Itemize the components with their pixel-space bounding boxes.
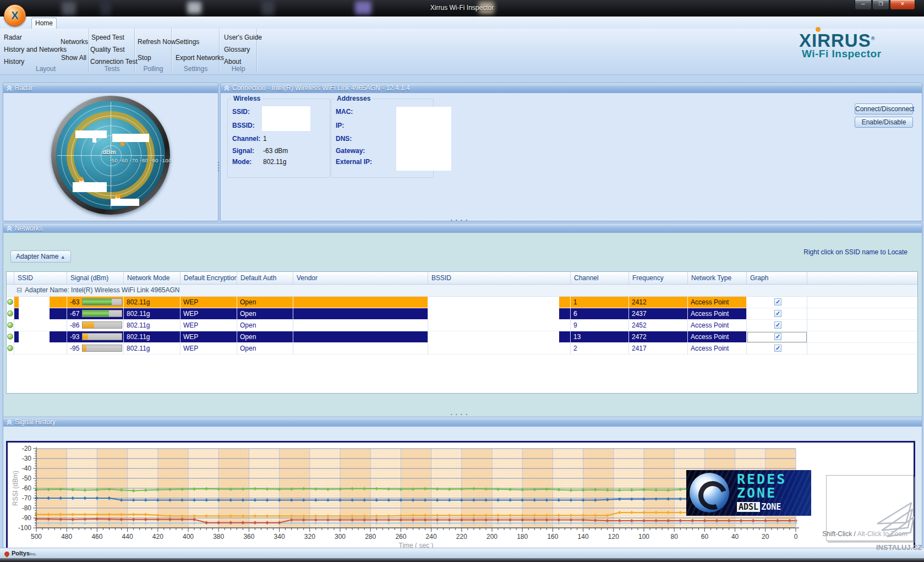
status-bar: PoltysInc. xyxy=(0,548,924,559)
ribbon-item-settings[interactable]: Settings xyxy=(176,38,199,46)
svg-text:480: 480 xyxy=(61,533,72,541)
connection-panel-header[interactable]: Connection - Intel(R) Wireless WiFi Link… xyxy=(221,83,922,93)
svg-text:260: 260 xyxy=(395,533,406,541)
restore-button[interactable]: ❐ xyxy=(872,0,889,10)
column-header-graph[interactable]: Graph xyxy=(747,272,807,284)
enable-disable-button[interactable]: Enable/Disable xyxy=(855,117,913,128)
ribbon-item-radar[interactable]: Radar xyxy=(4,34,22,41)
ssid-cell xyxy=(14,297,67,308)
networks-panel-header[interactable]: Networks xyxy=(3,223,922,233)
svg-text:200: 200 xyxy=(486,533,497,541)
svg-text:380: 380 xyxy=(213,533,224,541)
svg-text:-80: -80 xyxy=(22,504,32,512)
poltys-logo-icon xyxy=(3,550,10,558)
ssid-cell xyxy=(14,343,67,354)
collapse-group-icon[interactable]: ⊟ xyxy=(17,286,22,294)
redacted-ssid-label xyxy=(75,130,107,138)
ribbon-item-history[interactable]: History xyxy=(4,58,24,66)
network-row-2[interactable]: -67802.11gWEPOpen62437Access Point✓ xyxy=(7,308,917,320)
ribbon-item-refresh-now[interactable]: Refresh Now xyxy=(138,38,176,46)
locate-hint-label: Right click on SSID name to Locate xyxy=(803,248,907,256)
column-header-default-encryption[interactable]: Default Encryption xyxy=(181,272,237,284)
network-icon xyxy=(7,334,13,340)
radar-crosshair xyxy=(111,102,111,209)
column-header-signal-dbm[interactable]: Signal (dBm) xyxy=(67,272,124,284)
collapse-chevron-icon[interactable] xyxy=(7,419,12,425)
ribbon-item-user-s-guide[interactable]: User's Guide xyxy=(224,34,262,41)
radar-panel-header[interactable]: Radar xyxy=(3,83,218,93)
row-filler xyxy=(807,320,917,331)
networks-panel-title: Networks xyxy=(15,225,42,232)
redacted-bssid xyxy=(428,308,559,319)
graph-checkbox[interactable]: ✓ xyxy=(774,345,781,352)
ribbon-group-caption-help: Help xyxy=(220,65,256,73)
signal-history-panel: Signal History -20-30-40-50-60-70-80-90-… xyxy=(3,417,922,549)
ribbon-item-about[interactable]: About xyxy=(224,58,241,66)
minimize-button[interactable]: ─ xyxy=(855,0,872,10)
poltys-brand-label: Poltys xyxy=(12,550,30,556)
graph-checkbox[interactable]: ✓ xyxy=(774,333,781,340)
field-label-channel: Channel: xyxy=(232,135,260,143)
graph-checkbox[interactable]: ✓ xyxy=(774,298,781,305)
network-blip-icon xyxy=(79,177,83,181)
collapse-chevron-icon[interactable] xyxy=(7,85,12,91)
signal-strength-bar xyxy=(82,345,122,352)
column-header-vendor[interactable]: Vendor xyxy=(293,272,428,284)
ribbon-item-quality-test[interactable]: Quality Test xyxy=(90,46,124,53)
column-header-network-mode[interactable]: Network Mode xyxy=(124,272,181,284)
ribbon-item-glossary[interactable]: Glossary xyxy=(224,46,250,53)
signal-cell: -93 xyxy=(67,331,124,343)
row-icon-cell xyxy=(7,308,14,320)
collapse-chevron-icon[interactable] xyxy=(7,226,12,231)
vertical-splitter[interactable]: •••• xyxy=(217,161,220,172)
tab-home[interactable]: Home xyxy=(31,18,57,29)
svg-text:-40: -40 xyxy=(22,465,32,472)
svg-text:-100: -100 xyxy=(18,524,31,532)
networks-table-header: SSIDSignal (dBm)Network ModeDefault Encr… xyxy=(7,272,917,285)
ribbon-item-speed-test[interactable]: Speed Test xyxy=(91,34,124,41)
networks-panel: Networks Right click on SSID name to Loc… xyxy=(3,223,922,417)
xirrus-app-icon[interactable]: X xyxy=(4,4,26,26)
close-button[interactable]: ✕ xyxy=(890,0,915,10)
column-header-frequency[interactable]: Frequency xyxy=(629,272,688,284)
graph-cell: ✓ xyxy=(747,308,807,320)
column-header-channel[interactable]: Channel xyxy=(571,272,629,284)
field-label-mode: Mode: xyxy=(232,158,251,166)
ribbon-item-networks[interactable]: Networks xyxy=(61,38,88,46)
field-label-ssid: SSID: xyxy=(232,108,250,116)
graph-checkbox[interactable]: ✓ xyxy=(774,310,781,317)
frequency-cell: 2452 xyxy=(629,320,688,331)
horizontal-splitter[interactable]: • • • • xyxy=(449,413,471,416)
channel-cell: 13 xyxy=(571,331,629,343)
signal-history-panel-title: Signal History xyxy=(15,418,56,426)
ribbon-item-history-and-networks[interactable]: History and Networks xyxy=(4,46,67,53)
signal-history-panel-header[interactable]: Signal History xyxy=(3,417,922,427)
graph-checkbox[interactable]: ✓ xyxy=(774,321,781,329)
column-header-default-auth[interactable]: Default Auth xyxy=(237,272,293,284)
ribbon-item-stop[interactable]: Stop xyxy=(138,54,151,62)
radar-panel-title: Radar xyxy=(15,84,33,92)
horizontal-splitter[interactable]: • • • • xyxy=(449,219,471,222)
ribbon: RadarNetworksHistory and NetworksShow Al… xyxy=(0,29,924,75)
network-row-5[interactable]: -95802.11gWEPOpen22417Access Point✓ xyxy=(7,343,917,354)
collapse-chevron-icon[interactable] xyxy=(224,85,229,91)
network-row-1[interactable]: -63802.11gWEPOpen12412Access Point✓ xyxy=(7,297,917,308)
group-by-adapter-button[interactable]: Adapter Name ▲ xyxy=(10,250,71,263)
frequency-cell: 2412 xyxy=(629,297,688,308)
ribbon-item-show-all[interactable]: Show All xyxy=(61,54,86,62)
column-header-ssid[interactable]: SSID xyxy=(14,272,67,284)
vendor-cell xyxy=(293,343,428,354)
svg-text:320: 320 xyxy=(304,533,315,541)
network-row-4[interactable]: -93802.11gWEPOpen132472Access Point✓ xyxy=(7,331,917,343)
bssid-cell xyxy=(428,297,571,308)
connect-disconnect-button[interactable]: Connect/Disconnect xyxy=(855,103,913,114)
ribbon-item-connection-test[interactable]: Connection Test xyxy=(90,58,138,66)
column-header-network-type[interactable]: Network Type xyxy=(688,272,747,284)
network-icon xyxy=(7,310,13,317)
adapter-group-row[interactable]: ⊟Adapter Name: Intel(R) Wireless WiFi Li… xyxy=(7,285,917,297)
network-row-3[interactable]: -86802.11gWEPOpen92452Access Point✓ xyxy=(7,320,917,331)
ribbon-item-export-networks[interactable]: Export Networks xyxy=(176,54,224,62)
svg-text:300: 300 xyxy=(335,533,346,541)
radar-display[interactable]: dBm -50 -60 -70 -80 -90 -100 xyxy=(56,101,165,210)
column-header-bssid[interactable]: BSSID xyxy=(428,272,571,284)
